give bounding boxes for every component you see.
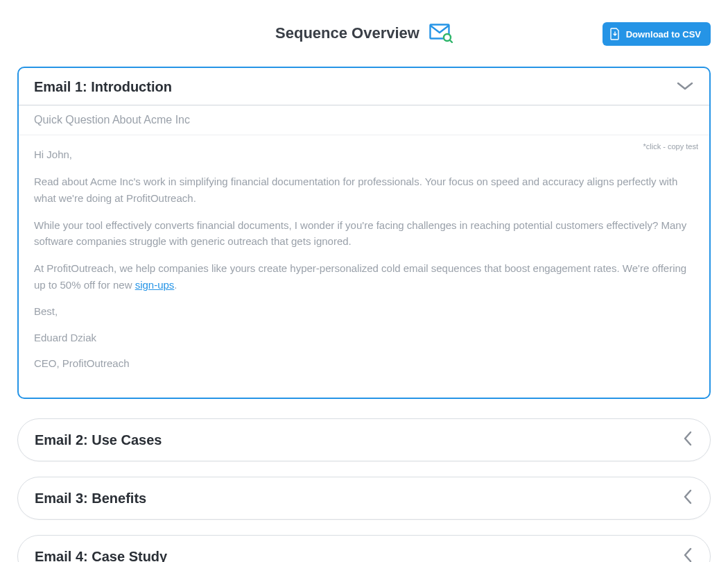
chevron-left-icon <box>682 488 693 508</box>
email-signature-line: Eduard Dziak <box>34 330 694 346</box>
copy-hint: *click - copy test <box>643 141 698 153</box>
email-paragraph: Read about Acme Inc's work in simplifyin… <box>34 173 694 206</box>
email-row-2[interactable]: Email 2: Use Cases <box>17 418 711 461</box>
download-icon <box>609 28 621 40</box>
email-card-1: Email 1: Introduction Quick Question Abo… <box>17 67 711 399</box>
download-csv-button[interactable]: Download to CSV <box>603 22 711 46</box>
email-card-1-title: Email 1: Introduction <box>34 79 172 95</box>
email-paragraph: At ProfitOutreach, we help companies lik… <box>34 260 694 293</box>
chevron-down-icon <box>676 80 694 94</box>
page-title: Sequence Overview <box>275 24 419 42</box>
email-row-4[interactable]: Email 4: Case Study <box>17 535 711 562</box>
email-card-1-subject: Quick Question About Acme Inc <box>19 105 709 135</box>
svg-line-2 <box>450 40 452 42</box>
email-signature-line: CEO, ProfitOutreach <box>34 356 694 371</box>
email-paragraph: While your tool effectively converts fin… <box>34 217 694 250</box>
download-csv-label: Download to CSV <box>626 29 701 40</box>
email-row-3[interactable]: Email 3: Benefits <box>17 477 711 520</box>
email-row-4-title: Email 4: Case Study <box>35 549 167 563</box>
email-card-1-body[interactable]: *click - copy test Hi John, Read about A… <box>19 135 709 398</box>
page-header: Sequence Overview Download to CSV <box>17 19 711 47</box>
email-greeting: Hi John, <box>34 146 694 162</box>
signups-link[interactable]: sign-ups <box>135 279 175 291</box>
email-row-3-title: Email 3: Benefits <box>35 491 146 506</box>
mail-search-icon <box>429 24 453 43</box>
chevron-left-icon <box>682 547 693 562</box>
email-row-2-title: Email 2: Use Cases <box>35 432 162 448</box>
email-card-1-header[interactable]: Email 1: Introduction <box>19 68 709 105</box>
chevron-left-icon <box>682 430 693 450</box>
email-signature-line: Best, <box>34 304 694 319</box>
